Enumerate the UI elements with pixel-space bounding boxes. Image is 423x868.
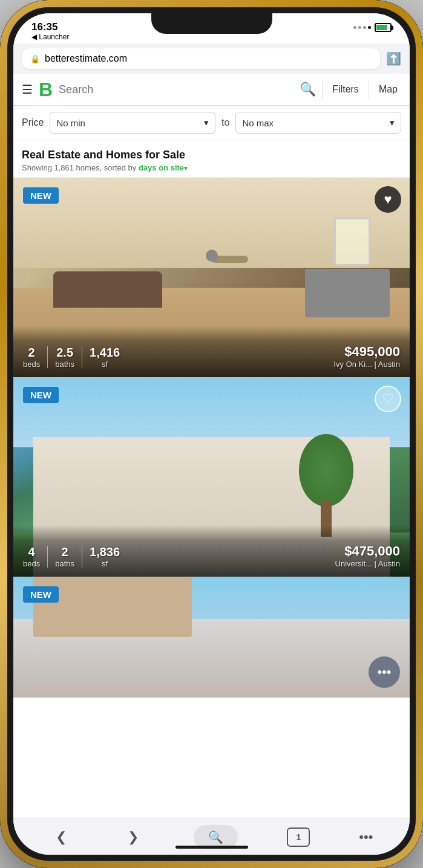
section-subtitle: Showing 1,861 homes, sorted by days on s… xyxy=(22,163,401,172)
section-title: Real Estate and Homes for Sale xyxy=(22,149,401,161)
section-header: Real Estate and Homes for Sale Showing 1… xyxy=(13,140,410,178)
favorite-button-1[interactable]: ♥ xyxy=(375,186,401,213)
notch xyxy=(151,13,272,34)
tab-count-value: 1 xyxy=(296,832,301,842)
lock-icon: 🔒 xyxy=(30,54,40,63)
chat-icon: ••• xyxy=(377,664,391,680)
listing-price-loc-2: $475,000 Universit... | Austin xyxy=(335,543,400,568)
price-min-select[interactable]: No min ▾ xyxy=(50,112,215,134)
status-left: 16:35 ◀ Launcher xyxy=(31,22,69,40)
beds-label-2: beds xyxy=(23,559,40,568)
listing-location-2: Universit... | Austin xyxy=(335,559,400,568)
house-decoration-3 xyxy=(13,577,410,698)
sqft-value-1: 1,416 xyxy=(90,346,120,360)
baths-spec-1: 2.5 baths xyxy=(55,346,74,369)
browser-bar: 🔒 betterestimate.com ⬆️ xyxy=(13,44,410,74)
baths-value-1: 2.5 xyxy=(56,346,73,360)
new-badge-2: NEW xyxy=(23,387,59,403)
price-min-arrow: ▾ xyxy=(204,117,209,128)
listing-specs-2: 4 beds 2 baths 1,836 xyxy=(23,545,120,568)
listings-container: NEW ♥ 2 beds xyxy=(13,178,410,818)
phone-screen: 16:35 ◀ Launcher 🔒 betterestimate.com xyxy=(13,13,410,855)
search-icon[interactable]: 🔍 xyxy=(300,82,316,97)
listing-card-1[interactable]: NEW ♥ 2 beds xyxy=(13,178,410,377)
heart-icon-1: ♥ xyxy=(384,192,392,207)
menu-icon[interactable]: ☰ xyxy=(22,82,33,97)
status-time: 16:35 xyxy=(31,22,69,32)
sqft-label-2: sf xyxy=(102,559,108,568)
sqft-value-2: 1,836 xyxy=(90,545,120,559)
couch xyxy=(53,271,162,308)
price-label: Price xyxy=(22,117,44,128)
back-button[interactable]: ❮ xyxy=(50,827,73,847)
url-text: betterestimate.com xyxy=(45,53,127,64)
price-max-value: No max xyxy=(242,118,274,128)
baths-spec-2: 2 baths xyxy=(55,545,74,568)
spec-divider-2 xyxy=(82,346,82,368)
listing-image-2: NEW ♡ 4 beds xyxy=(13,377,410,577)
new-badge-1: NEW xyxy=(23,187,59,204)
header-divider xyxy=(322,80,323,99)
price-filter-row: Price No min ▾ to No max ▾ xyxy=(13,106,410,140)
status-carrier: ◀ Launcher xyxy=(31,33,69,40)
baths-label-1: baths xyxy=(55,360,74,369)
fan-center xyxy=(206,250,218,262)
sqft-spec-1: 1,416 sf xyxy=(90,346,120,369)
beds-value-2: 4 xyxy=(28,545,35,559)
more-button[interactable]: ••• xyxy=(359,829,373,845)
heart-icon-2: ♡ xyxy=(382,391,394,407)
listing-price-2: $475,000 xyxy=(335,543,400,559)
signal-icon xyxy=(353,26,371,29)
status-right xyxy=(353,22,392,32)
window-light xyxy=(334,218,370,266)
sqft-label-1: sf xyxy=(102,360,108,369)
kitchen-counter xyxy=(305,269,390,317)
ceiling-fan xyxy=(169,213,254,298)
map-button[interactable]: Map xyxy=(375,82,401,97)
listing-card-3[interactable]: NEW ••• xyxy=(13,577,410,698)
new-badge-3: NEW xyxy=(23,586,59,603)
tree-canopy xyxy=(299,434,353,507)
header-divider-2 xyxy=(369,80,369,99)
listing-price-loc-1: $495,000 Ivy On Ki... | Austin xyxy=(333,344,400,369)
listing-price-1: $495,000 xyxy=(333,344,400,360)
browser-bottom-bar: ❮ ❯ 🔍 1 ••• xyxy=(13,818,410,855)
listing-card-2[interactable]: NEW ♡ 4 beds xyxy=(13,377,410,577)
listing-specs-1: 2 beds 2.5 baths 1,416 xyxy=(23,346,120,369)
beds-spec-2: 4 beds xyxy=(23,545,40,568)
battery-icon xyxy=(375,23,392,32)
spec-divider-1 xyxy=(47,346,48,368)
sort-link[interactable]: days on site▾ xyxy=(139,163,188,172)
subtitle-prefix: Showing 1,861 homes, sorted by xyxy=(22,163,139,172)
sqft-spec-2: 1,836 sf xyxy=(90,545,120,568)
favorite-button-2[interactable]: ♡ xyxy=(375,386,401,412)
phone-frame: 16:35 ◀ Launcher 🔒 betterestimate.com xyxy=(0,0,423,868)
listing-info-1: 2 beds 2.5 baths 1,416 xyxy=(13,326,410,377)
beds-spec-1: 2 beds xyxy=(23,346,40,369)
listing-location-1: Ivy On Ki... | Austin xyxy=(333,360,400,369)
home-indicator xyxy=(175,846,248,849)
beds-value-1: 2 xyxy=(28,346,35,360)
baths-label-2: baths xyxy=(55,559,74,568)
brand-logo: B xyxy=(39,80,53,99)
price-min-value: No min xyxy=(56,118,85,128)
spec-divider-3 xyxy=(47,546,48,568)
filters-button[interactable]: Filters xyxy=(329,82,362,97)
baths-value-2: 2 xyxy=(62,545,68,559)
tab-count-button[interactable]: 1 xyxy=(287,828,310,847)
tree xyxy=(302,440,350,537)
chat-button[interactable]: ••• xyxy=(369,656,400,688)
spec-divider-4 xyxy=(82,546,82,568)
app-content: 16:35 ◀ Launcher 🔒 betterestimate.com xyxy=(13,13,410,855)
url-bar[interactable]: 🔒 betterestimate.com xyxy=(22,48,380,69)
battery-fill xyxy=(376,25,387,30)
price-max-arrow: ▾ xyxy=(390,117,395,128)
forward-button[interactable]: ❯ xyxy=(122,827,145,847)
price-to-label: to xyxy=(221,117,229,128)
listing-info-2: 4 beds 2 baths 1,836 xyxy=(13,525,410,577)
browser-search-icon: 🔍 xyxy=(208,830,223,844)
search-bar: 🔍 xyxy=(59,82,316,97)
share-icon[interactable]: ⬆️ xyxy=(386,51,401,66)
search-input[interactable] xyxy=(59,83,295,96)
price-max-select[interactable]: No max ▾ xyxy=(235,112,401,134)
